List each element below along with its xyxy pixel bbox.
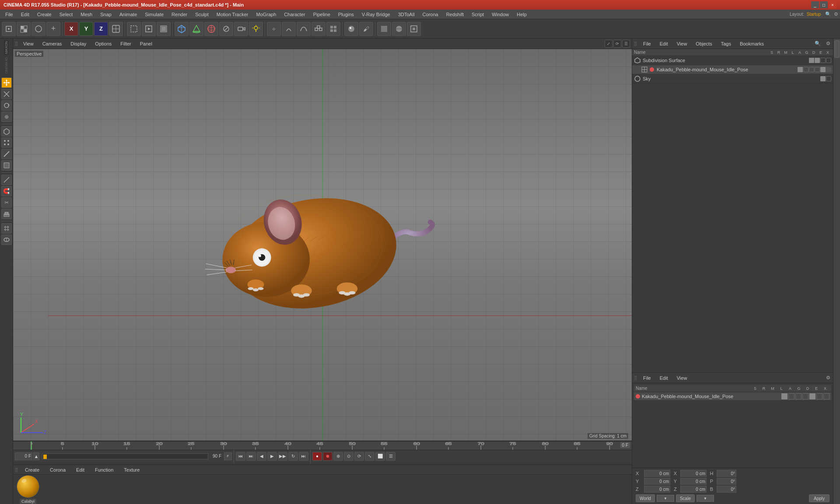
scale-z-input[interactable] (680, 486, 707, 493)
menu-help[interactable]: Help (513, 11, 530, 18)
kak-ctrl-1[interactable] (798, 67, 803, 72)
om-menu-tags[interactable]: Tags (718, 40, 734, 47)
pos-z-input[interactable] (644, 486, 670, 493)
toolbar-display-2[interactable] (392, 22, 406, 36)
sidebar-rotate-tool[interactable] (1, 100, 12, 111)
attr-selected-row[interactable]: Kakadu_Pebble-mound_Mouse_Idle_Pose (634, 392, 831, 401)
kak-ctrl-2[interactable] (803, 67, 808, 72)
toolbar-cube[interactable] (175, 22, 189, 36)
rot-b-input[interactable] (717, 486, 736, 493)
menu-corona[interactable]: Corona (419, 11, 442, 18)
attr-ctrl-2[interactable] (788, 393, 794, 399)
menu-select[interactable]: Select (56, 11, 77, 18)
scale-dropdown[interactable]: ▼ (696, 495, 714, 502)
toolbar-x-btn[interactable]: X (64, 22, 78, 36)
sidebar-scale-tool[interactable] (1, 89, 12, 99)
scale-button[interactable]: Scale (676, 494, 695, 502)
goto-end-btn[interactable]: ⏭ (246, 452, 256, 461)
attr-ctrl-4[interactable] (802, 393, 808, 399)
goto-start-btn[interactable]: ⏮ (236, 452, 245, 461)
rot-h-input[interactable] (717, 470, 736, 477)
sidebar-point-mode[interactable] (1, 137, 12, 148)
kak-ctrl-4[interactable] (815, 67, 820, 72)
am-menu-edit[interactable]: Edit (657, 374, 671, 382)
menu-plugins[interactable]: Plugins (335, 11, 357, 18)
menu-character[interactable]: Character (280, 11, 308, 18)
viewport-tab-cameras[interactable]: Cameras (39, 40, 66, 47)
viewport-tab-options[interactable]: Options (91, 40, 115, 47)
sub-ctrl-1[interactable] (809, 58, 814, 63)
viewport-menu-btn[interactable]: ☰ (622, 40, 630, 48)
menu-simulate[interactable]: Simulate (141, 11, 167, 18)
scale-y-input[interactable] (680, 478, 707, 485)
scale-x-input[interactable] (680, 470, 707, 477)
menu-edit[interactable]: Edit (18, 11, 33, 18)
menu-3dtoall[interactable]: 3DToAll (395, 11, 418, 18)
title-bar-controls[interactable]: _ □ × (811, 1, 836, 8)
viewport-render-btn[interactable]: ⟳ (613, 40, 621, 48)
current-frame-input[interactable] (15, 452, 32, 460)
timeline-scrubber[interactable] (42, 453, 208, 459)
attr-ctrl-6[interactable] (816, 393, 822, 399)
om-menu-file[interactable]: File (640, 40, 654, 47)
apply-button[interactable]: Apply (809, 494, 830, 502)
toolbar-camera[interactable] (234, 22, 248, 36)
sidebar-loop-tool[interactable] (1, 234, 12, 245)
auto-key-btn[interactable]: ⏺ (323, 452, 332, 461)
key-rot-btn[interactable]: ⟳ (354, 452, 364, 461)
toolbar-circle-btn[interactable] (32, 22, 46, 36)
key-scale-btn[interactable]: ⤡ (365, 452, 374, 461)
kak-ctrl-3[interactable] (809, 67, 814, 72)
menu-render[interactable]: Render (168, 11, 191, 18)
toolbar-display-1[interactable] (377, 22, 391, 36)
om-menu-objects[interactable]: Objects (693, 40, 714, 47)
viewport-expand-btn[interactable]: ⤢ (605, 40, 612, 48)
om-settings-icon[interactable]: ⚙ (825, 40, 831, 47)
toolbar-array[interactable] (312, 22, 326, 36)
sky-ctrl-1[interactable] (820, 76, 826, 81)
material-tab-function[interactable]: Function (91, 466, 117, 473)
toolbar-z-btn[interactable]: Z (94, 22, 108, 36)
toolbar-mode-btn[interactable] (2, 22, 16, 36)
menu-mesh[interactable]: Mesh (77, 11, 96, 18)
menu-vray-bridge[interactable]: V-Ray Bridge (358, 11, 394, 18)
minimize-button[interactable]: _ (811, 1, 819, 8)
layout-value[interactable]: Startup (807, 12, 821, 17)
am-menu-view[interactable]: View (674, 374, 690, 382)
toolbar-brush[interactable]: 🖌 (359, 22, 373, 36)
object-item-kakadu[interactable]: Kakadu_Pebble-mound_Mouse_Idle_Pose (632, 65, 833, 74)
pos-x-input[interactable] (644, 470, 670, 477)
sidebar-line-tool[interactable] (1, 175, 12, 185)
toolbar-render-region[interactable] (127, 22, 141, 36)
toolbar-render-settings[interactable] (157, 22, 171, 36)
menu-mograph[interactable]: MoGraph (252, 11, 280, 18)
material-ball-calabyi[interactable] (17, 475, 39, 498)
edge-tab-1[interactable] (834, 40, 840, 58)
sidebar-select-tool[interactable]: ⊕ (1, 112, 12, 122)
attr-ctrl-3[interactable] (795, 393, 802, 399)
viewport-tab-panel[interactable]: Panel (136, 40, 156, 47)
key-pos-btn[interactable]: ⊙ (344, 452, 354, 461)
sub-ctrl-2[interactable] (815, 58, 820, 63)
sub-ctrl-3[interactable] (820, 58, 826, 63)
attr-ctrl-1[interactable] (781, 393, 788, 399)
toolbar-render-active[interactable] (142, 22, 156, 36)
kak-ctrl-6[interactable] (826, 67, 831, 72)
material-tab-edit[interactable]: Edit (73, 466, 88, 473)
material-tab-corona[interactable]: Corona (46, 466, 69, 473)
viewport-canvas[interactable]: Perspective (13, 49, 632, 441)
menu-redshift[interactable]: Redshift (443, 11, 467, 18)
am-settings-icon[interactable]: ⚙ (825, 374, 831, 382)
toolbar-poly-btn[interactable] (17, 22, 31, 36)
motion-clip-btn[interactable]: ⬜ (375, 452, 385, 461)
maximize-button[interactable]: □ (820, 1, 828, 8)
rot-p-input[interactable] (717, 478, 736, 485)
toolbar-bend[interactable] (282, 22, 296, 36)
play-forward-btn[interactable]: ▶▶ (278, 452, 287, 461)
sidebar-grid-tool[interactable] (1, 223, 12, 234)
viewport-tab-display[interactable]: Display (67, 40, 90, 47)
toolbar-null[interactable] (219, 22, 233, 36)
attr-ctrl-5[interactable] (809, 393, 816, 399)
menu-create[interactable]: Create (34, 11, 55, 18)
object-item-subdivision[interactable]: Subdivision Surface (632, 56, 833, 65)
